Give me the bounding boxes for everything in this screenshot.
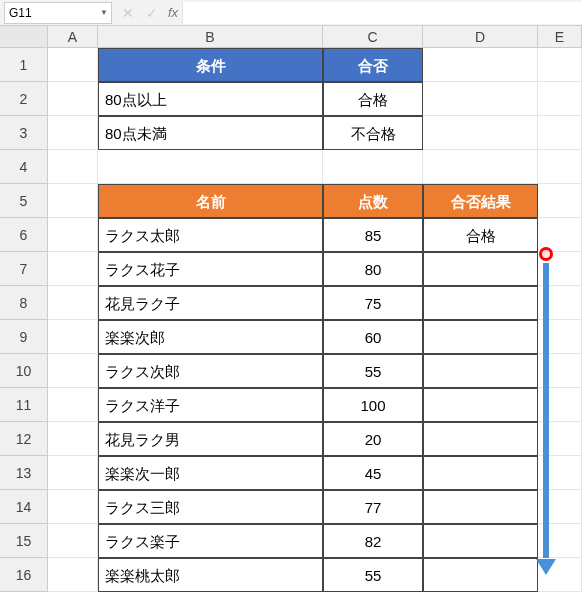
cell[interactable]: ラクス三郎 (98, 490, 323, 524)
cell[interactable]: 75 (323, 286, 423, 320)
cell[interactable] (48, 252, 98, 286)
cell[interactable] (423, 252, 538, 286)
cell[interactable] (538, 116, 582, 150)
cell[interactable]: 80点未満 (98, 116, 323, 150)
cell[interactable] (48, 524, 98, 558)
cell[interactable] (423, 490, 538, 524)
cell[interactable] (423, 48, 538, 82)
cell[interactable]: 花見ラク男 (98, 422, 323, 456)
cell[interactable] (48, 48, 98, 82)
results-header-c[interactable]: 点数 (323, 184, 423, 218)
cell[interactable] (538, 490, 582, 524)
row-header[interactable]: 5 (0, 184, 48, 218)
col-header-A[interactable]: A (48, 26, 98, 47)
cell[interactable] (538, 354, 582, 388)
cell[interactable]: ラクス楽子 (98, 524, 323, 558)
cell[interactable] (48, 286, 98, 320)
cell[interactable] (48, 490, 98, 524)
row-header[interactable]: 6 (0, 218, 48, 252)
cell[interactable] (423, 116, 538, 150)
cell[interactable] (48, 558, 98, 592)
results-header-d[interactable]: 合否結果 (423, 184, 538, 218)
cell[interactable]: ラクス洋子 (98, 388, 323, 422)
cell[interactable]: 82 (323, 524, 423, 558)
cell[interactable] (48, 116, 98, 150)
row-header[interactable]: 9 (0, 320, 48, 354)
cell[interactable]: 楽楽桃太郎 (98, 558, 323, 592)
cell[interactable]: 楽楽次一郎 (98, 456, 323, 490)
cell[interactable] (423, 320, 538, 354)
cell[interactable] (48, 388, 98, 422)
cell[interactable] (538, 150, 582, 184)
cell[interactable] (48, 456, 98, 490)
col-header-D[interactable]: D (423, 26, 538, 47)
cell[interactable] (48, 320, 98, 354)
cell[interactable]: 100 (323, 388, 423, 422)
row-header[interactable]: 7 (0, 252, 48, 286)
cell[interactable]: 楽楽次郎 (98, 320, 323, 354)
conditions-header-b[interactable]: 条件 (98, 48, 323, 82)
cell[interactable] (48, 422, 98, 456)
cell[interactable] (48, 82, 98, 116)
cell[interactable]: 85 (323, 218, 423, 252)
row-header[interactable]: 12 (0, 422, 48, 456)
cell[interactable] (423, 558, 538, 592)
cell[interactable] (423, 150, 538, 184)
cell[interactable]: 55 (323, 354, 423, 388)
cell[interactable] (538, 286, 582, 320)
cell[interactable]: ラクス太郎 (98, 218, 323, 252)
cell[interactable]: 60 (323, 320, 423, 354)
cell[interactable] (538, 558, 582, 592)
fx-label[interactable]: fx (164, 5, 182, 20)
row-header[interactable]: 13 (0, 456, 48, 490)
cell[interactable] (538, 422, 582, 456)
cell[interactable] (538, 184, 582, 218)
row-header[interactable]: 10 (0, 354, 48, 388)
results-header-b[interactable]: 名前 (98, 184, 323, 218)
cell[interactable] (423, 524, 538, 558)
cell[interactable]: 合格 (423, 218, 538, 252)
cell[interactable] (538, 320, 582, 354)
cell[interactable] (538, 48, 582, 82)
cell[interactable] (48, 218, 98, 252)
cell[interactable]: 45 (323, 456, 423, 490)
row-header[interactable]: 11 (0, 388, 48, 422)
cell[interactable] (423, 388, 538, 422)
cell[interactable] (98, 150, 323, 184)
formula-input[interactable] (182, 2, 582, 24)
cell[interactable]: 不合格 (323, 116, 423, 150)
cell[interactable] (538, 218, 582, 252)
cell[interactable] (538, 388, 582, 422)
cell[interactable] (48, 184, 98, 218)
cell[interactable] (423, 82, 538, 116)
cell[interactable] (423, 286, 538, 320)
col-header-E[interactable]: E (538, 26, 582, 47)
cell[interactable]: 80 (323, 252, 423, 286)
row-header[interactable]: 3 (0, 116, 48, 150)
row-header[interactable]: 4 (0, 150, 48, 184)
cell[interactable] (323, 150, 423, 184)
cell[interactable] (423, 456, 538, 490)
col-header-C[interactable]: C (323, 26, 423, 47)
cell[interactable]: ラクス花子 (98, 252, 323, 286)
col-header-B[interactable]: B (98, 26, 323, 47)
cell[interactable]: 20 (323, 422, 423, 456)
row-header[interactable]: 14 (0, 490, 48, 524)
cell[interactable]: 花見ラク子 (98, 286, 323, 320)
name-box[interactable]: G11 ▼ (4, 2, 112, 24)
row-header[interactable]: 8 (0, 286, 48, 320)
cell[interactable] (538, 252, 582, 286)
cell[interactable]: 合格 (323, 82, 423, 116)
cell[interactable] (48, 150, 98, 184)
select-all-corner[interactable] (0, 26, 48, 47)
cell[interactable] (538, 82, 582, 116)
cell[interactable]: ラクス次郎 (98, 354, 323, 388)
cell[interactable] (423, 422, 538, 456)
row-header[interactable]: 1 (0, 48, 48, 82)
row-header[interactable]: 2 (0, 82, 48, 116)
cell[interactable]: 80点以上 (98, 82, 323, 116)
row-header[interactable]: 16 (0, 558, 48, 592)
chevron-down-icon[interactable]: ▼ (100, 8, 108, 17)
cell[interactable]: 55 (323, 558, 423, 592)
cell[interactable] (48, 354, 98, 388)
